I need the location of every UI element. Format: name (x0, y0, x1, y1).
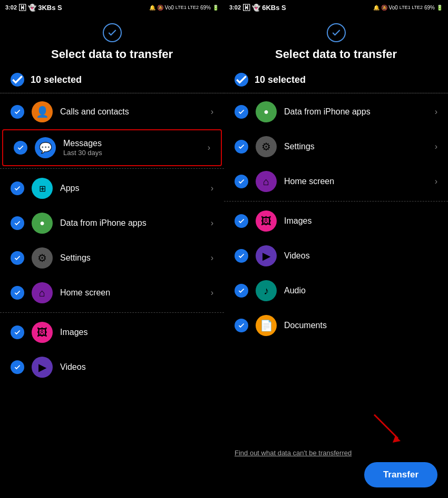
status-bar-right: 3:02 🇼 👻 6KBs S 🔔 🔕 Vo0 LTE1 LTE2 69% 🔋 (224, 0, 448, 15)
all-checkbox-left[interactable] (11, 73, 24, 87)
right-selected-row[interactable]: 10 selected (224, 68, 448, 92)
label-messages: Messages (63, 139, 200, 148)
icon-home: ⌂ (32, 282, 53, 303)
list-item-calls[interactable]: 👤 Calls and contacts › (0, 94, 224, 129)
arrow-iphone-apps: › (211, 218, 213, 228)
right-list: ● Data from iPhone apps › ⚙ Settings › (224, 94, 448, 412)
right-checkbox-images[interactable] (235, 214, 248, 228)
right-checkbox-videos[interactable] (235, 249, 248, 263)
status-icons-left: 🔔 🔕 Vo0 LTE1 LTE2 69% 🔋 (149, 5, 219, 11)
checkbox-iphone-apps[interactable] (11, 216, 24, 230)
checkbox-calls[interactable] (11, 105, 24, 119)
checkbox-home[interactable] (11, 286, 24, 300)
label-videos: Videos (60, 362, 213, 372)
list-item-images[interactable]: 🖼 Images (0, 315, 224, 350)
status-icons-right: 🔔 🔕 Vo0 LTE1 LTE2 69% 🔋 (373, 5, 443, 11)
divider-right-1 (224, 93, 448, 93)
right-label-settings: Settings (284, 142, 427, 151)
list-item-apps[interactable]: ⊞ Apps › (0, 171, 224, 206)
right-checkbox-iphone-apps[interactable] (235, 105, 248, 119)
right-icon-settings: ⚙ (256, 136, 277, 157)
right-label-iphone-apps: Data from iPhone apps (284, 107, 427, 117)
checkbox-apps[interactable] (11, 181, 24, 195)
right-arrow-settings: › (435, 142, 437, 151)
right-phone-panel: 3:02 🇼 👻 6KBs S 🔔 🔕 Vo0 LTE1 LTE2 69% 🔋 … (224, 0, 448, 498)
all-checkbox-right[interactable] (235, 73, 248, 87)
right-icon-audio: ♪ (256, 280, 277, 301)
status-time-right: 3:02 🇼 👻 6KBs S (229, 4, 286, 12)
icon-messages: 💬 (35, 137, 56, 158)
arrow-messages: › (208, 143, 210, 152)
icon-images: 🖼 (32, 322, 53, 343)
right-arrow-home: › (435, 177, 437, 186)
label-home: Home screen (60, 288, 203, 298)
icon-calls: 👤 (32, 101, 53, 122)
right-label-home: Home screen (284, 177, 427, 186)
right-icon-videos: ▶ (256, 245, 277, 266)
right-list-item-documents[interactable]: 📄 Documents (224, 308, 448, 343)
list-item-iphone-apps[interactable]: ● Data from iPhone apps › (0, 206, 224, 241)
left-list: 👤 Calls and contacts › 💬 Messages Last 3… (0, 94, 224, 498)
list-item-home[interactable]: ⌂ Home screen › (0, 275, 224, 310)
svg-line-0 (374, 415, 398, 438)
checkbox-videos[interactable] (11, 360, 24, 374)
right-selected-count: 10 selected (255, 74, 306, 85)
icon-videos: ▶ (32, 357, 53, 378)
right-icon-home: ⌂ (256, 171, 277, 192)
right-arrow-iphone-apps: › (435, 107, 437, 117)
arrow-indicator-container (235, 417, 437, 444)
right-list-item-settings[interactable]: ⚙ Settings › (224, 129, 448, 164)
icon-apps: ⊞ (32, 178, 53, 199)
right-checkbox-settings[interactable] (235, 140, 248, 154)
divider-3 (0, 312, 224, 313)
right-label-images: Images (284, 216, 437, 226)
icon-iphone-apps: ● (32, 213, 53, 234)
checkbox-messages[interactable] (14, 141, 27, 155)
label-images: Images (60, 328, 213, 337)
right-icon-iphone-apps: ● (256, 101, 277, 122)
find-out-link[interactable]: Find out what data can't be transferred (235, 449, 352, 457)
status-bar-left: 3:02 🇼 👻 3KBs S 🔔 🔕 Vo0 LTE1 LTE2 69% 🔋 (0, 0, 224, 15)
left-selected-row[interactable]: 10 selected (0, 68, 224, 92)
divider-2 (0, 168, 224, 169)
checkbox-images[interactable] (11, 325, 24, 339)
sublabel-messages: Last 30 days (63, 149, 200, 157)
list-item-messages[interactable]: 💬 Messages Last 30 days › (2, 129, 222, 166)
label-calls: Calls and contacts (60, 107, 203, 117)
check-circle-left (103, 23, 122, 42)
right-icon-images: 🖼 (256, 210, 277, 232)
list-item-settings[interactable]: ⚙ Settings › (0, 241, 224, 275)
right-list-item-iphone-apps[interactable]: ● Data from iPhone apps › (224, 94, 448, 129)
divider-right-2 (224, 201, 448, 202)
status-time-left: 3:02 🇼 👻 3KBs S (5, 4, 62, 12)
arrow-apps: › (211, 184, 213, 193)
right-header: Select data to transfer (224, 15, 448, 68)
arrow-home: › (211, 288, 213, 298)
label-settings: Settings (60, 253, 203, 263)
label-apps: Apps (60, 184, 203, 193)
checkbox-settings[interactable] (11, 251, 24, 265)
transfer-button[interactable]: Transfer (364, 462, 437, 487)
label-iphone-apps: Data from iPhone apps (60, 218, 203, 228)
check-circle-right (327, 23, 346, 42)
right-title: Select data to transfer (275, 47, 397, 61)
arrow-calls: › (211, 107, 213, 117)
left-title: Select data to transfer (51, 47, 173, 61)
right-label-videos: Videos (284, 251, 437, 261)
left-content: Select data to transfer 10 selected � (0, 15, 224, 498)
left-header: Select data to transfer (0, 15, 224, 68)
right-label-audio: Audio (284, 286, 437, 295)
right-list-item-images[interactable]: 🖼 Images (224, 204, 448, 238)
divider-1 (0, 93, 224, 93)
right-checkbox-home[interactable] (235, 175, 248, 188)
right-checkbox-documents[interactable] (235, 319, 248, 332)
right-list-item-videos[interactable]: ▶ Videos (224, 238, 448, 273)
right-checkbox-audio[interactable] (235, 284, 248, 298)
left-selected-count: 10 selected (31, 74, 82, 85)
right-content: Select data to transfer 10 selected ● (224, 15, 448, 498)
red-arrow-indicator (369, 412, 406, 444)
right-list-item-home[interactable]: ⌂ Home screen › (224, 164, 448, 199)
right-list-item-audio[interactable]: ♪ Audio (224, 273, 448, 308)
list-item-videos[interactable]: ▶ Videos (0, 350, 224, 385)
right-label-documents: Documents (284, 321, 437, 330)
